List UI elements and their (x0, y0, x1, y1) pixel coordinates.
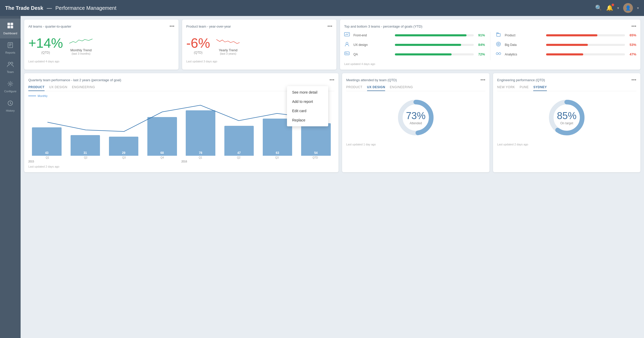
legend-label: Monthly (38, 94, 48, 97)
engineering-donut-center: 85% On target (557, 110, 577, 125)
product-bar-wrap (546, 34, 625, 36)
card-quarterly-title: Quarterly team performance - last 2 year… (28, 78, 121, 82)
main-content: All teams - quarter-to-quarter ••• +14% … (21, 16, 644, 338)
frontend-name: Front-end (353, 34, 393, 37)
bar-2: 29 (109, 137, 139, 156)
tab-sydney[interactable]: SYDNEY (533, 85, 547, 91)
search-button[interactable]: 🔍 (595, 5, 602, 11)
title-sep: — (47, 5, 52, 11)
card-quarterly-footer: Last updated 2 days ago (28, 165, 334, 168)
sidebar: Dashboard Reports (0, 16, 21, 338)
engineering-sub: On target (557, 121, 577, 125)
product-content: -6% (QTD) Yearly Trend (last 3 years) (186, 32, 332, 58)
card-allteams-footer: Last updated 4 days ago (28, 60, 174, 63)
svg-rect-3 (11, 26, 13, 28)
bar-group-q2: 47 (221, 104, 257, 156)
bar-7: 54 (301, 123, 331, 156)
product-trend-label: Yearly Trend (215, 48, 241, 52)
card-product-title: Product team - year-over-year (186, 24, 231, 28)
meetings-donut: 73% Attended (395, 97, 436, 138)
card-quarterly-menu[interactable]: ••• (329, 77, 334, 83)
svg-point-21 (496, 53, 498, 55)
menu-item-add-report[interactable]: Add to report (287, 97, 328, 106)
allteams-big-pct: +14% (28, 35, 63, 51)
qa-bar (395, 53, 452, 55)
tab-engineering[interactable]: ENGINEERING (72, 85, 95, 91)
bell-wrapper: 🔔 (606, 5, 613, 11)
card-topbottom-menu[interactable]: ••• (631, 24, 636, 29)
analytics-icon (496, 51, 503, 58)
bell-chevron: ▾ (617, 6, 619, 10)
year-labels: 20152016 (28, 160, 334, 163)
sidebar-item-history[interactable]: History (0, 96, 21, 116)
topbottom-top-col: Front-end 91% UX design (344, 32, 485, 60)
uxdesign-bar (395, 44, 461, 46)
bar-1: 31 (71, 135, 100, 156)
title-sub: Performance Management (55, 5, 116, 11)
tab-uxdesign[interactable]: UX DESIGN (49, 85, 67, 91)
xlabel-q2: Q2 (220, 156, 258, 159)
tab-meetings-product[interactable]: PRODUCT (346, 85, 362, 91)
sidebar-item-team[interactable]: Team (0, 58, 21, 77)
card-allteams-menu[interactable]: ••• (170, 24, 174, 29)
card-meetings: Meetings attended by team (QTD) ••• PROD… (342, 73, 489, 172)
xlabel-q3: Q3 (258, 156, 296, 159)
allteams-trend-sub: (last 3 months) (68, 52, 94, 55)
allteams-minicharts (68, 34, 94, 47)
allteams-trend-label: Monthly Trend (68, 48, 94, 52)
svg-point-13 (346, 42, 348, 44)
bar-group-q1: 78 (182, 104, 219, 156)
card-meetings-footer: Last updated 1 day ago (346, 143, 485, 146)
history-icon (7, 100, 13, 108)
svg-rect-4 (8, 43, 13, 48)
sidebar-label-history: History (6, 109, 15, 112)
tab-product[interactable]: PRODUCT (28, 85, 45, 91)
bigdata-name: Big Data (505, 43, 544, 47)
menu-item-edit-card[interactable]: Edit card (287, 106, 328, 116)
sidebar-item-dashboard[interactable]: Dashboard (0, 19, 21, 38)
product-trend: Yearly Trend (last 3 years) (215, 34, 241, 55)
allteams-qtd: (QTD) (28, 51, 63, 54)
avatar[interactable]: 👤 (623, 3, 633, 13)
top-cards-row: All teams - quarter-to-quarter ••• +14% … (24, 20, 640, 70)
sidebar-label-dashboard: Dashboard (3, 32, 17, 35)
xlabel-qtd: QTD (296, 156, 335, 159)
tab-pune[interactable]: PUNE (520, 85, 529, 91)
card-product-menu[interactable]: ••• (327, 24, 332, 29)
bar-val-0: 43 (45, 151, 48, 156)
qa-bar-wrap (395, 53, 474, 55)
analytics-bar (546, 53, 583, 55)
sidebar-item-configure[interactable]: Configure (0, 77, 21, 96)
engineering-pct: 85% (557, 110, 577, 121)
meetings-sub: Attended (406, 121, 426, 125)
legend-line (28, 96, 36, 96)
card-product-header: Product team - year-over-year ••• (186, 24, 332, 29)
xlabel-q3: Q3 (105, 156, 143, 159)
app-title: The Trade Desk — Performance Management (5, 5, 595, 11)
top-nav: The Trade Desk — Performance Management … (0, 0, 644, 16)
menu-item-replace[interactable]: Replace (287, 116, 328, 125)
card-engineering-header: Engineering performance (QTD) ••• (497, 77, 636, 83)
bar-val-1: 31 (83, 151, 87, 156)
analytics-name: Analytics (505, 53, 544, 56)
card-meetings-menu[interactable]: ••• (480, 77, 485, 83)
engineering-donut-wrap: 85% On target (497, 94, 636, 141)
context-menu: See more detail Add to report Edit card … (287, 86, 328, 126)
qa-pct: 72% (476, 52, 485, 56)
frontend-icon (344, 32, 351, 39)
bar-val-7: 54 (314, 151, 318, 156)
uxdesign-pct: 84% (476, 43, 485, 47)
team-row-analytics: Analytics 47% (496, 51, 637, 58)
tab-meetings-uxdesign[interactable]: UX DESIGN (367, 85, 385, 91)
app-body: Dashboard Reports (0, 16, 644, 338)
card-product: Product team - year-over-year ••• -6% (Q… (182, 20, 336, 70)
sidebar-item-reports[interactable]: Reports (0, 38, 21, 58)
menu-item-see-more[interactable]: See more detail (287, 88, 328, 97)
tab-newyork[interactable]: NEW YORK (497, 85, 515, 91)
card-topbottom-footer: Last updated 4 days ago (344, 62, 636, 65)
tab-meetings-engineering[interactable]: ENGINEERING (390, 85, 413, 91)
card-engineering-menu[interactable]: ••• (631, 77, 636, 83)
bar-val-5: 47 (237, 151, 241, 156)
uxdesign-icon (344, 41, 351, 48)
card-product-footer: Last updated 3 days ago (186, 60, 332, 63)
